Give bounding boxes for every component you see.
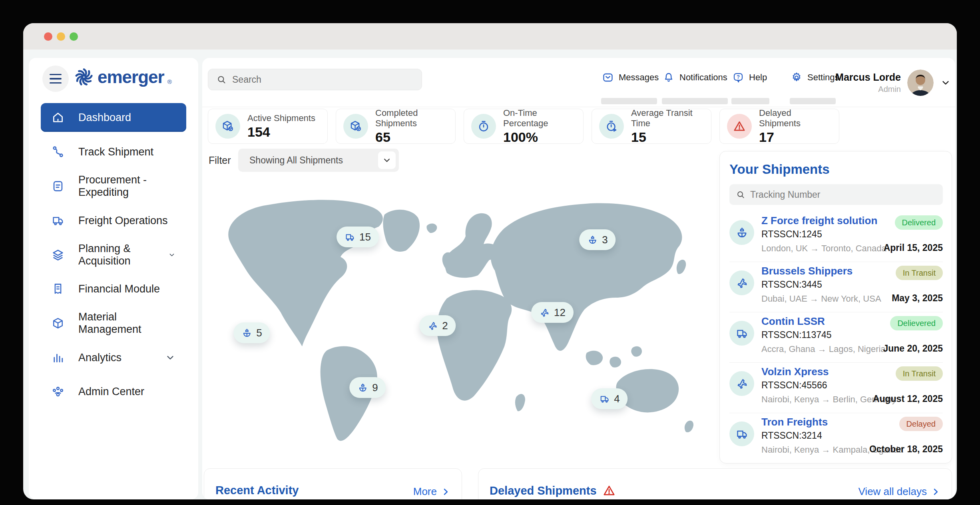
shipment-filter-dropdown[interactable]: Showing All Shipments [238, 149, 399, 172]
map-badge-truck[interactable]: 4 [591, 388, 627, 409]
mode-bubble [729, 421, 754, 446]
close-window-button[interactable] [44, 32, 52, 41]
user-menu[interactable]: Marcus Lorde Admin [819, 64, 951, 102]
sidebar-item-analytics[interactable]: Analytics [41, 343, 186, 372]
tracking-number: RTSSCN:1245 [761, 229, 822, 240]
map-badge-plane[interactable]: 2 [419, 315, 456, 336]
your-shipments-panel: Your Shipments Z Force freight solution … [719, 151, 952, 463]
tracking-number: RTSSCN:3445 [761, 279, 822, 290]
view-all-delays-link[interactable]: View all delays [858, 485, 940, 498]
status-badge: In Transit [896, 266, 943, 280]
badge-count: 2 [442, 320, 448, 332]
shipment-name-link[interactable]: Z Force freight solution [761, 215, 877, 227]
truck-icon [345, 232, 355, 243]
tracking-number: RTSSCN:113745 [761, 330, 832, 340]
stat-label: Completed Shipments [375, 108, 448, 129]
shipment-name-link[interactable]: Brussels Shippers [761, 265, 853, 277]
shipment-row[interactable]: Contin LSSR RTSSCN:113745 Accra, Ghana →… [720, 312, 952, 362]
more-link[interactable]: More [413, 485, 450, 498]
map-badge-ship[interactable]: 5 [233, 322, 270, 343]
skeleton-bar [662, 98, 728, 104]
box-icon [51, 316, 65, 330]
stat-value: 154 [247, 124, 315, 140]
ship-icon [357, 382, 368, 393]
map-badge-ship[interactable]: 9 [349, 377, 386, 398]
sidebar-item-financial-module[interactable]: Financial Module [41, 274, 186, 303]
sidebar-item-label: Material Management [78, 311, 176, 336]
badge-count: 12 [554, 306, 566, 319]
search-input[interactable] [232, 74, 414, 85]
shipment-route: London, UK → Toronto, Canada [761, 243, 886, 254]
chevron-down-icon [382, 155, 392, 165]
sidebar-item-admin-center[interactable]: Admin Center [41, 377, 186, 406]
sidebar-item-label: Financial Module [78, 283, 160, 295]
alert-triangle-icon [733, 119, 746, 133]
status-badge: Delievered [890, 316, 943, 330]
app-window: emerger ® Dashboard Track Shipment Procu… [23, 23, 957, 499]
shipment-date: April 15, 2025 [884, 243, 943, 253]
panel-title: Your Shipments [729, 162, 830, 177]
global-search [208, 69, 422, 90]
sidebar-item-track-shipment[interactable]: Track Shipment [41, 137, 186, 166]
stat-label: Active Shipments [247, 113, 315, 123]
sidebar: emerger ® Dashboard Track Shipment Procu… [29, 58, 198, 499]
swirl-logo-icon [74, 67, 94, 87]
action-label: Notifications [679, 72, 727, 83]
action-label: Help [749, 72, 767, 83]
zoom-window-button[interactable] [70, 32, 78, 41]
screenshot-root: emerger ® Dashboard Track Shipment Procu… [0, 0, 980, 505]
home-icon [51, 111, 65, 124]
shipment-row[interactable]: Volzin Xpress RTSSCN:45566 Nairobi, Keny… [720, 362, 952, 413]
map-badge-truck[interactable]: 15 [337, 227, 379, 247]
tracking-search [729, 184, 943, 205]
sidebar-item-label: Freight Operations [78, 215, 168, 227]
mode-bubble [729, 270, 754, 295]
chevron-down-icon [165, 352, 176, 363]
truck-icon [51, 214, 65, 227]
tracking-number: RTSSCN:45566 [761, 380, 827, 391]
sidebar-item-planning-acquisition[interactable]: Planning & Acquisition [41, 241, 186, 269]
filter-value: Showing All Shipments [249, 155, 378, 166]
help-button[interactable]: Help [732, 72, 767, 84]
gear-icon [791, 72, 803, 84]
sidebar-item-freight-operations[interactable]: Freight Operations [41, 206, 186, 235]
shipment-name-link[interactable]: Volzin Xpress [761, 366, 829, 378]
search-icon [216, 74, 227, 85]
map-badge-ship[interactable]: 3 [579, 229, 615, 250]
shipment-name-link[interactable]: Contin LSSR [761, 315, 825, 328]
map-badge-plane[interactable]: 12 [531, 302, 574, 323]
shipment-row[interactable]: Brussels Shippers RTSSCN:3445 Dubai, UAE… [720, 262, 952, 312]
shipment-row[interactable]: Tron Freights RTSSCN:3214 Nairobi, Kenya… [720, 413, 952, 463]
sidebar-item-label: Procurement - Expediting [78, 174, 176, 199]
notifications-button[interactable]: Notifications [663, 72, 727, 84]
shipment-name-link[interactable]: Tron Freights [761, 416, 828, 428]
stat-card-active-shipments: Active Shipments154 [208, 109, 328, 144]
sidebar-item-dashboard[interactable]: Dashboard [41, 103, 186, 132]
sidebar-item-label: Planning & Acquisition [78, 243, 154, 267]
sidebar-item-material-management[interactable]: Material Management [41, 309, 186, 338]
messages-button[interactable]: Messages [602, 72, 659, 84]
sidebar-item-procurement[interactable]: Procurement - Expediting [41, 172, 186, 201]
minimize-window-button[interactable] [57, 32, 65, 41]
ship-icon [587, 235, 598, 245]
avatar [907, 70, 934, 96]
tracking-number-input[interactable] [750, 189, 936, 200]
header-divider [202, 107, 955, 107]
stat-card-average-transit-time: Average Transit Time15 [592, 109, 711, 144]
shipment-row[interactable]: Z Force freight solution RTSSCN:1245 Lon… [720, 211, 952, 262]
stopwatch-icon [477, 119, 490, 133]
mode-bubble [729, 321, 754, 346]
badge-count: 15 [359, 231, 371, 243]
help-bubble-icon [732, 72, 744, 84]
ship-icon [735, 226, 749, 239]
sidebar-item-label: Analytics [78, 352, 122, 364]
plane-icon [427, 320, 438, 331]
dropdown-chevron-box [378, 151, 396, 169]
menu-toggle-button[interactable] [42, 66, 69, 92]
stat-icon-bubble [215, 114, 240, 139]
chevron-down-icon [940, 77, 951, 88]
action-label: Messages [619, 72, 659, 83]
badge-count: 5 [256, 327, 262, 339]
link-label: More [413, 485, 437, 498]
layers-icon [51, 248, 65, 262]
